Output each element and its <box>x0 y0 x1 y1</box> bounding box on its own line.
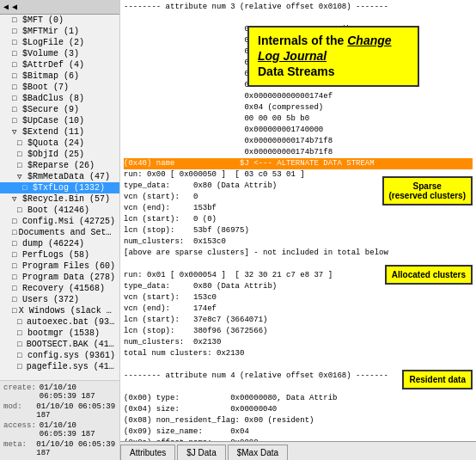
tabs-bar: Attributes$J Data$Max Data <box>120 441 476 460</box>
tree-icon: □ <box>12 106 21 114</box>
footer-meta-value: 01/10/10 06:05:39 187 <box>36 440 116 457</box>
run-00: run: 0x00 [ 0x000050 ] [ 03 c0 53 01 ] <box>124 170 305 179</box>
sidebar-item-27[interactable]: □autoexec.bat (9338) <box>0 316 119 328</box>
alternate-stream-row-top: (0x40) name $J <--- ALTERNATE DATA STREA… <box>124 158 473 169</box>
tree-icon: □ <box>12 296 21 304</box>
attr4-offsetname: (0x0a) offset_name: 0x0000 <box>124 439 259 441</box>
sidebar-title: ◀ <box>12 2 17 12</box>
tree-icon: □ <box>12 117 21 126</box>
vcn-start-sparse: vcn (start): 0 <box>124 193 198 201</box>
sidebar-item-label: Documents and Settings (9363) -> C:\User… <box>18 228 116 237</box>
sidebar-item-label: $Extend (11) <box>22 127 84 137</box>
sidebar-item-6[interactable]: □$Boot (7) <box>0 82 119 93</box>
num-clusters-sparse: num_clusters: 0x153c0 <box>124 237 226 246</box>
sidebar-item-label: $MFTMir (1) <box>22 27 79 36</box>
sidebar-footer: create: 01/10/10 06:05:39 187 mod: 01/10… <box>0 380 119 460</box>
hex-line-bytes: 00 00 00 5b b0 <box>124 114 309 123</box>
tree-icon: □ <box>17 162 26 170</box>
sidebar-item-0[interactable]: □$MFT (0) <box>0 15 119 26</box>
tree-icon: □ <box>12 83 21 92</box>
tab-$max-data[interactable]: $Max Data <box>228 445 288 460</box>
tree-icon: □ <box>17 363 25 371</box>
callout-title-box: Internals of the Change Log Journal Data… <box>247 26 419 87</box>
lcn-stop-alloc: lcn (stop): 380f96 (3672566) <box>124 327 267 335</box>
sidebar-item-label: dump (46224) <box>22 239 84 248</box>
tree-icon: □ <box>12 39 21 47</box>
type-data-alloc: type_data: 0x80 (Data Attrib) <box>124 282 277 291</box>
footer-mod-value: 01/10/10 06:05:39 187 <box>36 402 116 420</box>
hex-line-ending: 0x000000000000174ef <box>124 92 333 101</box>
sidebar-item-2[interactable]: □$LogFile (2) <box>0 37 119 48</box>
sidebar-item-26[interactable]: □X Windows (slack modified [mac.]) <box>0 305 119 316</box>
sidebar-item-label: $UpCase (10) <box>22 116 84 126</box>
sidebar-item-31[interactable]: □pagefile.sys (41330) <box>0 361 119 372</box>
sidebar-item-20[interactable]: □dump (46224) <box>0 238 119 249</box>
hex-line-real: 0x000000000174b71f8 <box>124 137 333 145</box>
footer-access-label: access: <box>3 421 36 439</box>
sparse-bracket-label1: Sparse <box>413 181 442 191</box>
main-panel: Internals of the Change Log Journal Data… <box>120 0 476 460</box>
tree-icon: □ <box>17 340 25 349</box>
attr4-header: -------- attribute num 4 (relative offse… <box>124 371 388 380</box>
sidebar-item-24[interactable]: □Recovery (41568) <box>0 283 119 294</box>
tree-icon: □ <box>12 262 21 271</box>
sidebar-item-3[interactable]: □$Volume (3) <box>0 48 119 59</box>
sidebar-item-8[interactable]: □$Secure (9) <box>0 104 119 115</box>
footer-mod: mod: 01/10/10 06:05:39 187 <box>3 402 116 420</box>
sidebar-item-14[interactable]: ▽$RmMetaData (47) <box>0 171 119 182</box>
sidebar-item-7[interactable]: □$BadClus (8) <box>0 93 119 104</box>
tree-icon: ▽ <box>12 127 21 137</box>
sidebar-item-label: $Volume (3) <box>22 49 79 58</box>
allocated-bracket-label: Allocated clusters <box>392 270 466 279</box>
lcn-stop-sparse: lcn (stop): 53bf (86975) <box>124 226 249 235</box>
type-data-sparse: type_data: 0x80 (Data Attrib) <box>124 181 277 190</box>
sidebar-item-11[interactable]: □$Quota (24) <box>0 138 119 149</box>
sidebar-item-19[interactable]: □Documents and Settings (9363) -> C:\Use… <box>0 227 119 238</box>
sidebar-item-1[interactable]: □$MFTMir (1) <box>0 26 119 37</box>
sidebar-item-21[interactable]: □PerfLogs (58) <box>0 249 119 261</box>
tree-icon: □ <box>12 72 21 81</box>
sidebar-collapse-icon[interactable]: ◀ <box>3 2 9 12</box>
sidebar-item-16[interactable]: ▽$Recycle.Bin (57) <box>0 193 119 205</box>
sidebar-item-18[interactable]: □Config.Msi (42725) <box>0 216 119 227</box>
main-content: Internals of the Change Log Journal Data… <box>120 0 476 441</box>
tab-$j-data[interactable]: $J Data <box>177 445 225 460</box>
sidebar-item-label: $RmMetaData (47) <box>27 172 110 181</box>
sidebar-item-15[interactable]: □$TxfLog (1332) <box>0 182 119 193</box>
tab-attributes[interactable]: Attributes <box>120 445 175 460</box>
sidebar-item-4[interactable]: □$AttrDef (4) <box>0 59 119 71</box>
sidebar-item-12[interactable]: □$ObjId (25) <box>0 149 119 160</box>
sparse-bracket-label2: (reserved clusters) <box>389 191 467 200</box>
sidebar-item-9[interactable]: □$UpCase (10) <box>0 115 119 126</box>
footer-meta-label: meta: <box>3 440 33 457</box>
sidebar-item-23[interactable]: □Program Data (278) <box>0 272 119 283</box>
tree-icon: □ <box>12 61 21 70</box>
sidebar-item-29[interactable]: □BOOTSECT.BAK (41308) <box>0 339 119 350</box>
sidebar-item-25[interactable]: □Users (372) <box>0 294 119 305</box>
attr3-header: -------- attribute num 3 (relative offse… <box>124 3 388 11</box>
sidebar-item-label: $TxfLog (1332) <box>33 183 105 193</box>
sidebar-item-5[interactable]: □$Bitmap (6) <box>0 71 119 82</box>
attr4-size: (0x04) size: 0x00000040 <box>124 405 277 414</box>
sidebar-item-17[interactable]: □Boot (41246) <box>0 205 119 216</box>
sidebar-item-label: Config.Msi (42725) <box>22 217 115 226</box>
footer-create-label: create: <box>3 383 36 401</box>
callout-line1: Internals of the <box>258 34 344 47</box>
sidebar-item-label: Users (372) <box>22 295 79 304</box>
sidebar: ◀ ◀ □$MFT (0)□$MFTMir (1)□$LogFile (2)□$… <box>0 0 120 460</box>
lcn-start-sparse: lcn (start): 0 (0) <box>124 215 217 224</box>
footer-access: access: 01/10/10 06:05:39 187 <box>3 420 116 439</box>
tree-icon: □ <box>12 16 21 25</box>
sidebar-item-13[interactable]: □$Reparse (26) <box>0 160 119 171</box>
hex-line-02: 0x02 <box>124 47 263 56</box>
sidebar-item-label: $MFT (0) <box>22 15 64 25</box>
vcn-start-alloc: vcn (start): 153c0 <box>124 293 217 302</box>
tree-icon: □ <box>17 352 26 360</box>
sidebar-item-22[interactable]: □Program Files (60) <box>0 261 119 272</box>
tree-icon: □ <box>12 218 21 226</box>
sidebar-item-10[interactable]: ▽$Extend (11) <box>0 126 119 138</box>
tree-icon: □ <box>17 318 25 327</box>
sidebar-item-30[interactable]: □config.sys (9361) <box>0 350 119 361</box>
sidebar-item-28[interactable]: □bootmgr (1538) <box>0 328 119 339</box>
footer-mod-label: mod: <box>3 402 33 420</box>
